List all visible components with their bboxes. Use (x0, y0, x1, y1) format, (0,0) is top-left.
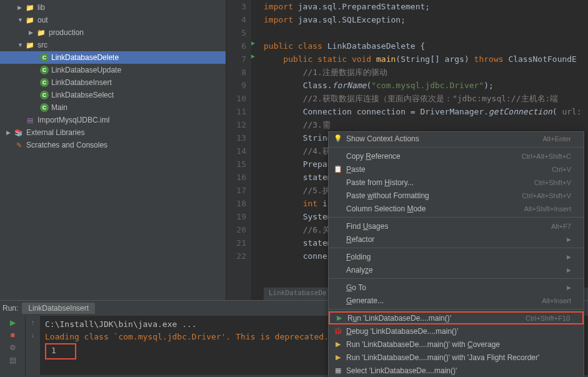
run-gutter-icon[interactable]: ▶ (251, 53, 255, 59)
menu-item[interactable]: 💡Show Context ActionsAlt+Enter (329, 132, 584, 145)
tree-label: out (37, 16, 48, 24)
menu-item[interactable]: Column Selection ModeAlt+Shift+Insert (329, 202, 584, 215)
line-number: 19 (226, 210, 251, 223)
menu-label: Find Usages (344, 222, 551, 231)
tree-item-out[interactable]: ▼📁out (0, 14, 226, 26)
line-number: 3 (226, 0, 251, 13)
run-toolbar: ▶ ■ ⚙ ▤ (0, 316, 25, 375)
class-icon: C (40, 78, 49, 87)
menu-item[interactable]: Find UsagesAlt+F7 (329, 219, 584, 233)
menu-item[interactable]: Analyze▶ (329, 263, 584, 276)
tree-label: Scratches and Consoles (26, 141, 107, 149)
up-icon[interactable]: ↑ (31, 318, 35, 327)
menu-item[interactable]: Generate...Alt+Insert (329, 294, 584, 307)
class-icon: C (40, 53, 49, 62)
menu-shortcut: Ctrl+Shift+F10 (526, 314, 570, 322)
class-icon: C (40, 91, 49, 99)
line-number: 14 (226, 144, 251, 158)
tree-item-main[interactable]: CMain (0, 101, 226, 114)
line-number: 5 (226, 26, 251, 39)
tree-item-production[interactable]: ▶📁production (0, 26, 226, 39)
tree-item-linkdatabaseupdate[interactable]: CLinkDatabaseUpdate (0, 64, 226, 76)
submenu-arrow-icon: ▶ (567, 267, 571, 273)
menu-label: Folding (344, 253, 567, 261)
menu-item[interactable]: ▶Run 'LinkDatabaseDe....main()'Ctrl+Shif… (329, 311, 584, 324)
stop-icon[interactable]: ■ (10, 331, 14, 339)
line-number: 8 (226, 66, 251, 79)
run-icon[interactable]: ▶ (10, 318, 16, 327)
menu-item[interactable]: ▶Run 'LinkDatabaseDe....main()' with Cov… (329, 338, 584, 351)
menu-item[interactable]: Refactor▶ (329, 233, 584, 246)
down-icon[interactable]: ↓ (31, 331, 35, 339)
menu-label: Run 'LinkDatabaseDe....main()' with 'Jav… (344, 353, 571, 362)
line-number: 12 (226, 118, 251, 131)
menu-icon: ▶ (334, 314, 345, 322)
tree-item-src[interactable]: ▼📁src (0, 39, 226, 51)
class-icon: C (40, 66, 49, 74)
menu-label: Go To (344, 283, 567, 292)
folder-icon: 📁 (25, 40, 35, 50)
tree-label: src (37, 41, 47, 49)
menu-label: Paste without Formatting (344, 191, 522, 200)
menu-item[interactable]: ▦Select 'LinkDatabaseDe....main()' (329, 364, 584, 377)
menu-item[interactable]: 🐞Debug 'LinkDatabaseDe....main()' (329, 324, 584, 338)
menu-item[interactable]: Go To▶ (329, 281, 584, 294)
line-number: 16 (226, 171, 251, 184)
tree-item-linkdatabseinsert[interactable]: CLinkDatabseInsert (0, 76, 226, 89)
menu-shortcut: Alt+F7 (551, 223, 571, 230)
line-number: 4 (226, 13, 251, 26)
line-number: 11 (226, 105, 251, 118)
menu-item[interactable]: Paste from History...Ctrl+Shift+V (329, 176, 584, 189)
menu-label: Select 'LinkDatabaseDe....main()' (344, 366, 571, 375)
menu-label: Debug 'LinkDatabaseDe....main()' (344, 327, 571, 336)
tree-label: ImportMysqlJDBC.iml (37, 116, 109, 124)
line-number: 9 (226, 79, 251, 92)
tree-label: production (49, 28, 84, 37)
folder-icon: 📁 (25, 3, 35, 13)
tree-item-iml[interactable]: ▤ImportMysqlJDBC.iml (0, 114, 226, 126)
tree-label: Main (51, 103, 67, 112)
tree-item-lib[interactable]: ▶📁lib (0, 1, 226, 14)
line-number: 15 (226, 158, 251, 171)
project-tree: ▶📁lib ▼📁out ▶📁production ▼📁src CLinkData… (0, 0, 226, 300)
line-number: 10 (226, 92, 251, 105)
run-gutter-icon[interactable]: ▶ (251, 39, 255, 46)
menu-shortcut: Ctrl+Alt+Shift+C (522, 153, 571, 160)
menu-item[interactable]: Folding▶ (329, 250, 584, 263)
folder-icon: 📁 (25, 15, 35, 25)
menu-item[interactable]: Copy ReferenceCtrl+Alt+Shift+C (329, 149, 584, 163)
tree-label: LinkDatabseSelect (51, 91, 114, 99)
tree-label: LinkDatabseInsert (51, 78, 112, 87)
line-number: 22 (226, 249, 251, 263)
tree-label: External Libraries (26, 128, 84, 137)
menu-item[interactable]: Paste without FormattingCtrl+Alt+Shift+V (329, 189, 584, 202)
tree-item-linkdatbaseselect[interactable]: CLinkDatabseSelect (0, 89, 226, 101)
menu-item[interactable]: ▶Run 'LinkDatabaseDe....main()' with 'Ja… (329, 351, 584, 364)
file-icon: ▤ (25, 115, 35, 125)
menu-icon: ▶ (332, 340, 344, 348)
menu-item[interactable]: 📋PasteCtrl+V (329, 163, 584, 176)
menu-shortcut: Alt+Insert (542, 297, 571, 304)
menu-label: Show Context Actions (344, 134, 542, 143)
tree-item-external-libraries[interactable]: ▶📚External Libraries (0, 126, 226, 139)
result-highlight: 1 (45, 343, 76, 359)
layout-icon[interactable]: ▤ (9, 356, 16, 364)
tree-label: LinkDatabaseDelete (51, 53, 119, 62)
class-icon: C (40, 103, 49, 112)
menu-shortcut: Ctrl+V (552, 166, 571, 173)
tree-item-scratches[interactable]: ✎Scratches and Consoles (0, 139, 226, 151)
menu-label: Copy Reference (344, 152, 522, 161)
library-icon: 📚 (14, 128, 24, 138)
tree-item-linkdatabasedelete[interactable]: CLinkDatabaseDelete (0, 51, 226, 64)
menu-icon: ▦ (332, 366, 344, 374)
run-tab[interactable]: LinkDatabseInsert (22, 303, 95, 314)
menu-label: Refactor (344, 235, 567, 244)
menu-icon: ▶ (332, 353, 344, 361)
submenu-arrow-icon: ▶ (567, 284, 571, 291)
menu-label: Paste (344, 165, 552, 174)
line-gutter: 3 4 5 6 7 8 9 10 11 12 13 14 15 16 17 18… (226, 0, 251, 300)
settings-icon[interactable]: ⚙ (9, 343, 16, 352)
chevron-right-icon: ▶ (17, 4, 24, 11)
line-number: 20 (226, 223, 251, 236)
menu-icon: 🐞 (332, 327, 344, 335)
